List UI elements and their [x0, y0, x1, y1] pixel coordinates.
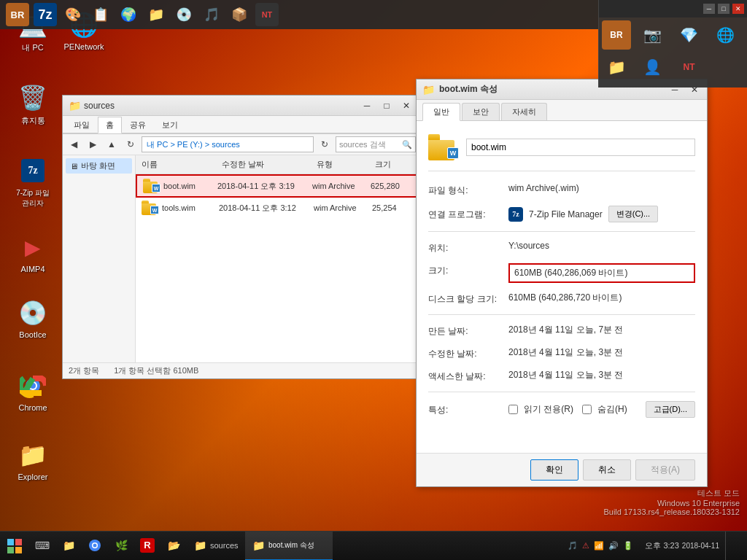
- ribbon-tab-view[interactable]: 보기: [154, 117, 186, 133]
- desktop-icon-7zip[interactable]: 7z 7-Zip 파일관리자: [7, 153, 58, 211]
- taskbar-folder[interactable]: 📁: [55, 532, 82, 561]
- up-button[interactable]: ▲: [104, 136, 120, 152]
- prop-row-program: 연결 프로그램: 7z 7-Zip File Manager 변경(C)...: [428, 206, 695, 222]
- br-right-icon[interactable]: BR: [602, 20, 631, 50]
- col-modified[interactable]: 수정한 날짜: [219, 158, 314, 171]
- taskbar-sources[interactable]: 📁 sources: [187, 532, 245, 561]
- program-name: 7-Zip File Manager: [529, 209, 603, 219]
- ribbon-tab-file[interactable]: 파일: [66, 117, 98, 133]
- explorer-minimize-btn[interactable]: ─: [357, 97, 376, 114]
- ok-button[interactable]: 확인: [530, 459, 578, 481]
- modified-label: 수정한 날짜:: [428, 346, 508, 360]
- desktop-icon-recycle[interactable]: 🗑️ 휴지통: [7, 80, 58, 129]
- table-row[interactable]: W boot.wim 2018-04-11 오후 3:19 wim Archiv…: [136, 174, 419, 198]
- apply-button[interactable]: 적용(A): [635, 459, 695, 481]
- boot-modified: 2018-04-11 오후 3:19: [217, 181, 312, 192]
- tab-detail[interactable]: 자세히: [501, 103, 547, 120]
- cancel-button[interactable]: 취소: [583, 459, 631, 481]
- refresh-button[interactable]: ↻: [123, 136, 139, 152]
- explorer-maximize-btn[interactable]: □: [377, 97, 396, 114]
- tools-modified: 2018-04-11 오후 3:12: [219, 203, 314, 214]
- explorer-close-btn[interactable]: ✕: [397, 97, 416, 114]
- change-program-button[interactable]: 변경(C)...: [608, 206, 658, 222]
- size-label: 크기:: [428, 263, 508, 277]
- desktop-icon-explorer[interactable]: 📁 Explorer: [7, 438, 58, 484]
- modified-value: 2018년 4월 11일 오늘, 3분 전: [508, 346, 695, 359]
- camera-icon[interactable]: 📷: [638, 20, 667, 50]
- disc-icon[interactable]: 💿: [172, 3, 196, 26]
- taskbar-r[interactable]: R: [134, 532, 160, 561]
- taskbar-leaf[interactable]: 🌿: [108, 532, 134, 561]
- r-icon: R: [140, 538, 155, 553]
- address-refresh-btn[interactable]: ↻: [317, 136, 333, 152]
- tab-security[interactable]: 보안: [462, 103, 500, 120]
- watermark: 테스트 모드 Windows 10 Enterprise Build 17133…: [603, 488, 740, 516]
- col-size[interactable]: 크기: [372, 158, 416, 171]
- sources-taskbar-label: sources: [210, 541, 239, 550]
- prop-row-accessed: 액세스한 날짜: 2018년 4월 11일 오늘, 3분 전: [428, 369, 695, 383]
- col-name[interactable]: 이름: [139, 158, 219, 171]
- folder-top-icon[interactable]: 📁: [144, 3, 168, 26]
- col-type[interactable]: 유형: [314, 158, 372, 171]
- taskbar-folder2[interactable]: 📂: [160, 532, 187, 561]
- hidden-checkbox[interactable]: [582, 405, 592, 414]
- sevenz-top-icon[interactable]: 7z: [34, 3, 57, 26]
- close-top-right-btn[interactable]: ✕: [732, 4, 744, 14]
- address-breadcrumb[interactable]: 내 PC > PE (Y:) > sources: [142, 136, 314, 152]
- desktop-pane-icon: 🖥: [70, 162, 78, 171]
- tools-type: wim Archive: [314, 203, 372, 212]
- filetype-label: 파일 형식:: [428, 183, 508, 197]
- music-icon[interactable]: 🎵: [200, 3, 223, 26]
- ribbon-tab-home[interactable]: 홈: [98, 117, 122, 133]
- desktop: 💻 내 PC 🌐 PENetwork 🗑️ 휴지통 7z 7-Zip 파일관리자…: [0, 0, 747, 560]
- nt-icon[interactable]: NT: [255, 3, 279, 26]
- windows-logo-icon: [7, 539, 22, 553]
- table-row[interactable]: W tools.wim 2018-04-11 오후 3:12 wim Archi…: [136, 198, 419, 218]
- color-icon[interactable]: 🎨: [61, 3, 85, 26]
- br-icon[interactable]: BR: [6, 3, 29, 26]
- nt-right-icon[interactable]: NT: [675, 52, 704, 82]
- forward-button[interactable]: ▶: [85, 136, 101, 152]
- clipboard-icon[interactable]: 📋: [89, 3, 112, 26]
- readonly-checkbox-row: 읽기 전용(R): [508, 403, 573, 416]
- start-button[interactable]: [0, 532, 29, 561]
- sources-folder-icon: 📁: [193, 538, 207, 553]
- advanced-button[interactable]: 고급(D)...: [646, 401, 695, 418]
- ribbon-tab-share[interactable]: 공유: [122, 117, 154, 133]
- prop-row-modified: 수정한 날짜: 2018년 4월 11일 오늘, 3분 전: [428, 346, 695, 360]
- item-count: 2개 항목: [69, 365, 99, 376]
- prop-row-created: 만든 날짜: 2018년 4월 11일 오늘, 7분 전: [428, 324, 695, 338]
- desktop-icon-bootice[interactable]: 💿 BootIce: [7, 295, 58, 342]
- globe-icon[interactable]: 🌍: [117, 3, 140, 26]
- folder-right-icon[interactable]: 📁: [602, 52, 631, 82]
- search-box[interactable]: sources 검색 🔍: [336, 136, 416, 152]
- minimize-btn[interactable]: ─: [703, 4, 715, 14]
- taskbar-items: ⌨ 📁 🌿 R 📂: [29, 532, 562, 561]
- taskbar-browser[interactable]: [82, 532, 108, 561]
- tab-general[interactable]: 일반: [422, 103, 460, 121]
- show-desktop-button[interactable]: [725, 532, 747, 561]
- back-button[interactable]: ◀: [66, 136, 82, 152]
- taskbar-cmd[interactable]: ⌨: [29, 532, 55, 561]
- 7zip-icon: 7z: [18, 156, 47, 185]
- explorer-title-icon: 📁: [69, 100, 81, 112]
- desktop-icon-aimp[interactable]: ▶ AIMP4: [7, 230, 58, 276]
- package-icon[interactable]: 📦: [228, 3, 251, 26]
- desktop-icon-chrome[interactable]: Chrome: [7, 368, 58, 415]
- readonly-checkbox[interactable]: [508, 405, 518, 414]
- bootwim-taskbar-label: boot.wim 속성: [268, 540, 314, 551]
- globe2-icon[interactable]: 🌐: [711, 20, 740, 50]
- taskbar-bootwim[interactable]: 📁 boot.wim 속성: [245, 532, 333, 561]
- left-pane-desktop[interactable]: 🖥 바탕 화면: [66, 158, 132, 174]
- separator-3: [428, 392, 695, 392]
- person-icon[interactable]: 👤: [638, 52, 667, 82]
- filename-input[interactable]: [466, 139, 695, 156]
- attributes-controls: 읽기 전용(R) 숨김(H) 고급(D)...: [508, 401, 695, 418]
- diamond-icon[interactable]: 💎: [675, 20, 704, 50]
- explorer-window-controls: ─ □ ✕: [357, 97, 416, 114]
- bootwim-taskbar-icon: 📁: [251, 538, 266, 553]
- program-value: 7z 7-Zip File Manager 변경(C)...: [508, 206, 695, 222]
- maximize-btn[interactable]: □: [718, 4, 729, 14]
- attributes-label: 특성:: [428, 402, 508, 416]
- taskbar-clock[interactable]: 오후 3:23 2018-04-11: [639, 540, 725, 551]
